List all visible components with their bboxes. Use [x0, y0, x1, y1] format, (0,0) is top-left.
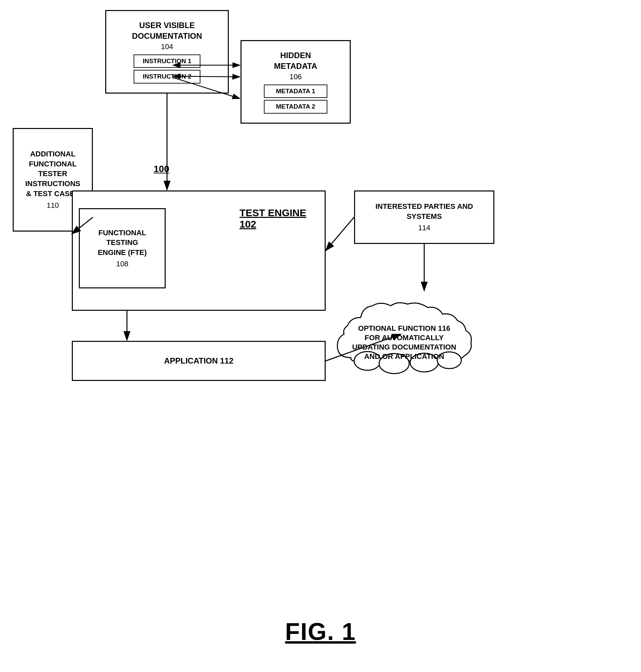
svg-text:FOR AUTOMATICALLY: FOR AUTOMATICALLY	[365, 334, 444, 342]
svg-line-17	[326, 217, 354, 251]
interested-parties-number: 114	[418, 223, 431, 233]
fte-box: FUNCTIONAL TESTING ENGINE (FTE) 108	[79, 208, 166, 288]
diagram-container: USER VISIBLE DOCUMENTATION 104 INSTRUCTI…	[0, 0, 641, 602]
user-visible-doc-box: USER VISIBLE DOCUMENTATION 104 INSTRUCTI…	[105, 10, 229, 94]
hidden-metadata-label: HIDDEN METADATA	[274, 50, 317, 72]
application-box: APPLICATION 112	[72, 341, 326, 381]
optional-function-cloud: OPTIONAL FUNCTION 116 FOR AUTOMATICALLY …	[324, 291, 485, 404]
fig-title: FIG. 1	[285, 618, 356, 645]
fte-label: FUNCTIONAL TESTING ENGINE (FTE)	[98, 228, 147, 258]
test-engine-label: TEST ENGINE 102	[240, 207, 306, 230]
metadata2-label: METADATA 2	[276, 103, 315, 110]
instruction2-box: INSTRUCTION 2	[134, 70, 201, 83]
fig-label: FIG. 1	[285, 618, 356, 645]
ref-100-text: 100	[154, 164, 169, 174]
interested-parties-label: INTERESTED PARTIES AND SYSTEMS	[376, 202, 473, 221]
fte-number: 108	[116, 259, 128, 269]
metadata1-box: METADATA 1	[264, 84, 327, 98]
metadata2-box: METADATA 2	[264, 100, 327, 113]
instruction2-label: INSTRUCTION 2	[142, 73, 191, 80]
test-engine-number: 102	[240, 218, 256, 230]
test-engine-text: TEST ENGINE	[240, 207, 306, 218]
additional-functional-number: 110	[47, 201, 59, 211]
svg-text:OPTIONAL FUNCTION 116: OPTIONAL FUNCTION 116	[358, 324, 450, 333]
user-visible-doc-label: USER VISIBLE DOCUMENTATION	[132, 20, 202, 42]
ref-100-label: 100	[154, 164, 169, 174]
svg-text:AND OR APPLICATION: AND OR APPLICATION	[364, 352, 444, 361]
hidden-metadata-number: 106	[290, 72, 302, 82]
hidden-metadata-box: HIDDEN METADATA 106 METADATA 1 METADATA …	[241, 40, 351, 124]
user-visible-doc-number: 104	[161, 42, 173, 52]
svg-text:UPDATING DOCUMENTATION: UPDATING DOCUMENTATION	[352, 343, 456, 351]
interested-parties-box: INTERESTED PARTIES AND SYSTEMS 114	[354, 190, 494, 244]
metadata1-label: METADATA 1	[276, 88, 315, 95]
instruction1-box: INSTRUCTION 1	[134, 54, 201, 68]
application-label: APPLICATION 112	[164, 355, 233, 366]
instruction1-label: INSTRUCTION 1	[142, 57, 191, 65]
